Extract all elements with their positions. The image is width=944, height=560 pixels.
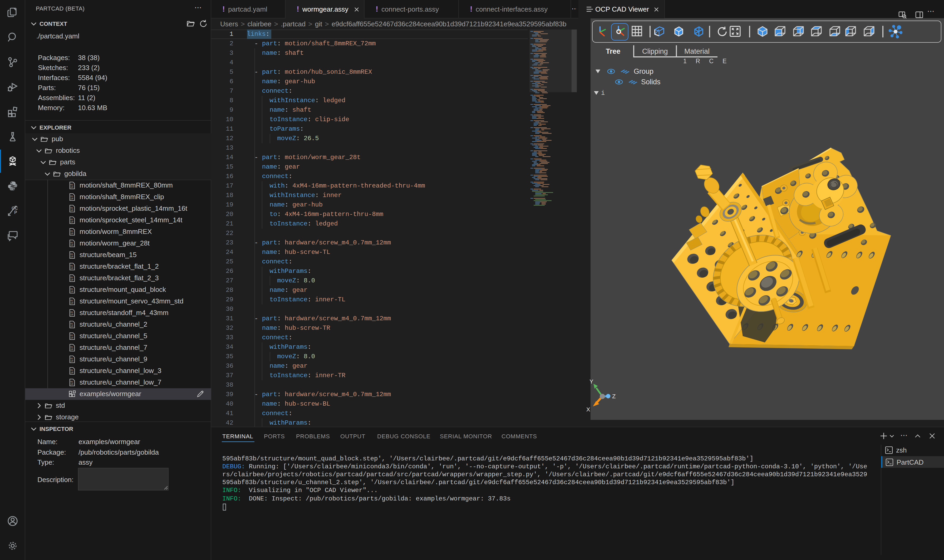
svg-text:10: 10 xyxy=(70,243,73,246)
svg-text:10: 10 xyxy=(70,220,73,223)
svg-text:10: 10 xyxy=(70,278,73,281)
svg-text:10: 10 xyxy=(70,371,73,374)
svg-text:10: 10 xyxy=(70,185,73,188)
svg-text:10: 10 xyxy=(70,359,73,362)
svg-text:10: 10 xyxy=(70,325,73,328)
svg-text:10: 10 xyxy=(70,209,73,212)
svg-text:10: 10 xyxy=(70,336,73,339)
svg-text:10: 10 xyxy=(70,255,73,258)
svg-text:Y: Y xyxy=(589,378,593,385)
svg-text:10: 10 xyxy=(70,197,73,200)
svg-text:10: 10 xyxy=(70,348,73,351)
svg-text:10: 10 xyxy=(70,383,73,385)
svg-text:10: 10 xyxy=(70,313,73,316)
svg-text:10: 10 xyxy=(70,302,73,304)
svg-text:X: X xyxy=(586,406,590,413)
svg-text:P: P xyxy=(14,210,17,215)
svg-text:10: 10 xyxy=(70,290,73,293)
svg-text:Z: Z xyxy=(612,393,615,400)
svg-text:10: 10 xyxy=(70,266,73,269)
svg-text:10: 10 xyxy=(70,232,73,235)
